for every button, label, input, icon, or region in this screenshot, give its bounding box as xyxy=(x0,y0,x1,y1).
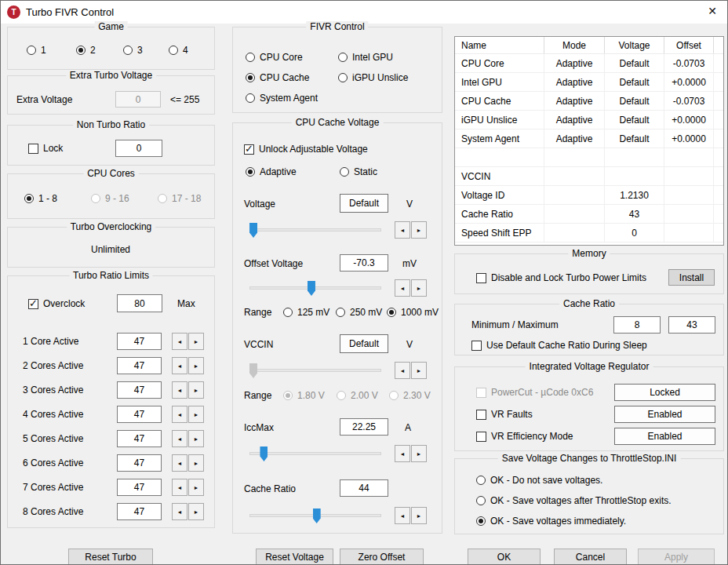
spin-right-button[interactable]: ► xyxy=(188,406,204,423)
spin-left-button[interactable]: ◄ xyxy=(172,357,187,374)
game-radio-3[interactable]: 3 xyxy=(123,43,143,57)
voltage-default-button[interactable]: Default xyxy=(340,194,388,213)
spin-right-button[interactable]: ► xyxy=(188,430,204,447)
cache-ratio-input[interactable]: 44 xyxy=(340,479,388,497)
table-row[interactable]: Voltage ID1.2130 xyxy=(455,186,723,205)
disable-lock-turbo-power-limits-checkbox[interactable]: Disable and Lock Turbo Power Limits xyxy=(476,271,646,285)
core-row-input[interactable]: 47 xyxy=(117,357,162,374)
range-radio-1000mv[interactable]: 1000 mV xyxy=(387,305,439,319)
save-radio-after-exit[interactable]: OK - Save voltages after ThrottleStop ex… xyxy=(476,494,672,508)
vr-efficiency-mode-checkbox[interactable]: VR Efficiency Mode xyxy=(476,429,573,443)
spin-right-button[interactable]: ► xyxy=(411,279,427,297)
spin-right-button[interactable]: ► xyxy=(411,445,427,462)
spin-right-button[interactable]: ► xyxy=(411,221,427,239)
core-row-input[interactable]: 47 xyxy=(117,454,162,472)
offset-voltage-slider[interactable] xyxy=(249,281,381,296)
adaptive-radio[interactable]: Adaptive xyxy=(246,165,297,179)
spin-right-button[interactable]: ► xyxy=(188,333,204,350)
slider-thumb[interactable] xyxy=(249,223,257,238)
cancel-button[interactable]: Cancel xyxy=(554,549,627,565)
cache-ratio-slider[interactable] xyxy=(249,508,381,523)
table-row[interactable]: iGPU UnsliceAdaptiveDefault+0.0000 xyxy=(455,111,723,129)
spin-left-button[interactable]: ◄ xyxy=(172,406,187,423)
save-radio-do-not-save[interactable]: OK - Do not save voltages. xyxy=(476,473,602,487)
fivr-radio-intel-gpu[interactable]: Intel GPU xyxy=(338,50,393,64)
game-radio-2[interactable]: 2 xyxy=(76,43,96,57)
range-radio-125mv[interactable]: 125 mV xyxy=(283,305,329,319)
table-row[interactable]: Speed Shift EPP0 xyxy=(455,224,723,242)
spin-left-button[interactable]: ◄ xyxy=(172,381,187,399)
default-cache-ratio-sleep-checkbox[interactable]: Use Default Cache Ratio During Sleep xyxy=(471,338,647,352)
install-button[interactable]: Install xyxy=(668,269,715,286)
spin-right-button[interactable]: ► xyxy=(188,479,204,496)
fivr-radio-system-agent[interactable]: System Agent xyxy=(246,91,318,105)
spin-left-button[interactable]: ◄ xyxy=(172,430,187,447)
spin-right-button[interactable]: ► xyxy=(188,357,204,374)
spin-left-button[interactable]: ◄ xyxy=(395,221,410,239)
game-radio-4[interactable]: 4 xyxy=(169,43,188,57)
overclock-checkbox[interactable]: Overclock xyxy=(28,297,85,311)
core-row-input[interactable]: 47 xyxy=(117,430,162,447)
vccin-default-button[interactable]: Default xyxy=(340,334,388,353)
spin-right-button[interactable]: ► xyxy=(188,503,204,520)
fivr-radio-cpu-cache[interactable]: CPU Cache xyxy=(246,71,309,85)
spin-right-button[interactable]: ► xyxy=(411,507,427,524)
cache-ratio-max-input[interactable]: 43 xyxy=(668,316,715,334)
fivr-radio-igpu-unslice[interactable]: iGPU Unslice xyxy=(338,71,408,85)
close-icon[interactable]: ✕ xyxy=(708,5,717,17)
spin-right-button[interactable]: ► xyxy=(188,454,204,472)
spin-left-button[interactable]: ◄ xyxy=(172,503,187,520)
spin-left-button[interactable]: ◄ xyxy=(172,454,187,472)
table-row[interactable] xyxy=(455,148,723,167)
iccmax-input[interactable]: 22.25 xyxy=(340,418,388,436)
slider-thumb[interactable] xyxy=(260,447,268,461)
core-row-input[interactable]: 47 xyxy=(117,381,162,399)
spin-left-button[interactable]: ◄ xyxy=(395,445,410,462)
reset-voltage-button[interactable]: Reset Voltage xyxy=(256,549,333,565)
table-row[interactable]: VCCIN xyxy=(455,167,723,186)
core-row-input[interactable]: 47 xyxy=(117,503,162,520)
vr-faults-state-button[interactable]: Enabled xyxy=(614,406,715,423)
slider-thumb[interactable] xyxy=(308,281,315,296)
lock-checkbox[interactable]: Lock xyxy=(28,141,63,155)
core-row-input[interactable]: 47 xyxy=(117,406,162,423)
zero-offset-button[interactable]: Zero Offset xyxy=(340,549,424,565)
vr-faults-checkbox[interactable]: VR Faults xyxy=(476,407,533,421)
core-row-input[interactable]: 47 xyxy=(117,479,162,496)
spin-right-button[interactable]: ► xyxy=(188,381,204,399)
non-turbo-ratio-input[interactable]: 0 xyxy=(115,140,162,157)
range-radio-250mv[interactable]: 250 mV xyxy=(336,305,382,319)
spin-left-button[interactable]: ◄ xyxy=(395,362,410,379)
overclock-max-input[interactable]: 80 xyxy=(117,294,162,312)
game-radio-1[interactable]: 1 xyxy=(27,43,46,57)
table-row[interactable]: Intel GPUAdaptiveDefault+0.0000 xyxy=(455,73,723,92)
unlock-adjustable-voltage-checkbox[interactable]: Unlock Adjustable Voltage xyxy=(244,142,368,156)
table-row[interactable]: System AgentAdaptiveDefault+0.0000 xyxy=(455,129,723,148)
reset-turbo-button[interactable]: Reset Turbo xyxy=(68,549,153,565)
column-header[interactable]: Name xyxy=(455,37,544,53)
table-row[interactable]: Cache Ratio43 xyxy=(455,205,723,224)
spin-left-button[interactable]: ◄ xyxy=(172,333,187,350)
fivr-radio-cpu-core[interactable]: CPU Core xyxy=(246,50,303,64)
ok-button[interactable]: OK xyxy=(468,549,541,565)
save-radio-immediately[interactable]: OK - Save voltages immediately. xyxy=(476,514,626,528)
column-header[interactable]: Offset xyxy=(664,37,714,53)
extra-voltage-input[interactable]: 0 xyxy=(115,91,161,108)
cpu-cores-radio-1-8[interactable]: 1 - 8 xyxy=(24,191,57,206)
spin-left-button[interactable]: ◄ xyxy=(395,507,410,524)
vr-efficiency-state-button[interactable]: Enabled xyxy=(614,428,715,445)
cache-ratio-min-input[interactable]: 8 xyxy=(613,316,661,334)
column-header[interactable]: Voltage xyxy=(605,37,664,53)
core-row-input[interactable]: 47 xyxy=(117,333,162,350)
iccmax-slider[interactable] xyxy=(249,447,381,461)
table-row[interactable]: CPU CoreAdaptiveDefault-0.0703 xyxy=(455,54,723,73)
column-header[interactable]: Mode xyxy=(544,37,605,53)
static-radio[interactable]: Static xyxy=(340,165,377,179)
slider-thumb[interactable] xyxy=(313,508,321,523)
spin-right-button[interactable]: ► xyxy=(411,362,427,379)
powercut-state-button[interactable]: Locked xyxy=(614,384,715,401)
voltage-slider[interactable] xyxy=(249,223,381,238)
table-row[interactable]: CPU CacheAdaptiveDefault-0.0703 xyxy=(455,92,723,111)
spin-left-button[interactable]: ◄ xyxy=(172,479,187,496)
offset-voltage-input[interactable]: -70.3 xyxy=(340,254,388,272)
